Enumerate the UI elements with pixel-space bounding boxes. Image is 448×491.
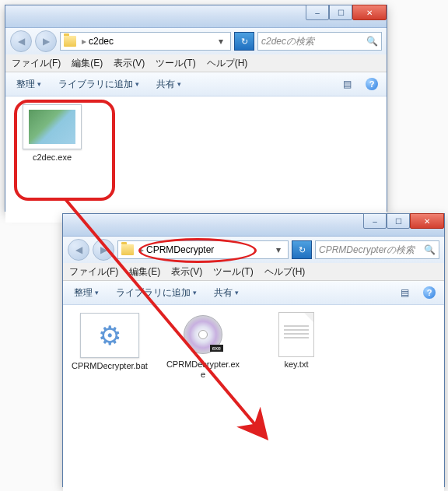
help-button[interactable]: ? [421,284,438,301]
refresh-button[interactable]: ↻ [234,32,254,51]
close-button[interactable]: ✕ [410,213,444,229]
exe-icon [23,104,82,149]
share-label: 共有 [214,286,233,300]
titlebar: – ☐ ✕ [63,214,444,237]
file-item[interactable]: ⚙ CPRMDecrypter.bat [71,313,149,380]
organize-label: 整理 [74,286,93,300]
organize-label: 整理 [16,78,35,91]
file-label: CPRMDecrypter.bat [72,361,148,371]
titlebar: – ☐ ✕ [5,5,387,28]
nav-row: ◀ ▶ ▸ CPRMDecrypter ▾ ↻ CPRMDecrypterの検索… [63,237,444,263]
help-icon: ? [366,78,378,90]
toolbar: 整理 ▾ ライブラリに追加 ▾ 共有 ▾ ▤ ? [5,72,387,96]
file-item[interactable]: c2dec.exe [13,104,91,163]
nav-row: ◀ ▶ ▸ c2dec ▾ ↻ c2decの検索 🔍 [5,28,387,54]
menu-help[interactable]: ヘルプ(H) [207,57,248,70]
forward-button[interactable]: ▶ [35,30,57,52]
address-path: c2dec [89,36,114,47]
file-label: c2dec.exe [33,153,72,163]
txt-icon [268,313,325,356]
address-dropdown-icon[interactable]: ▾ [272,244,285,255]
menu-file[interactable]: ファイル(F) [69,265,118,279]
maximize-button[interactable]: ☐ [387,213,410,229]
search-icon: 🔍 [366,36,378,47]
address-bar[interactable]: ▸ c2dec ▾ [60,32,231,51]
chevron-down-icon: ▾ [193,289,197,296]
address-path: CPRMDecrypter [146,244,214,255]
addlib-label: ライブラリに追加 [116,286,191,300]
organize-button[interactable]: 整理 ▾ [69,284,103,302]
menu-bar: ファイル(F) 編集(E) 表示(V) ツール(T) ヘルプ(H) [5,54,387,72]
menu-bar: ファイル(F) 編集(E) 表示(V) ツール(T) ヘルプ(H) [63,263,444,281]
search-placeholder: c2decの検索 [261,35,314,48]
chevron-down-icon: ▾ [95,289,99,296]
path-separator-icon: ▸ [82,36,86,47]
toolbar: 整理 ▾ ライブラリに追加 ▾ 共有 ▾ ▤ ? [63,281,444,305]
forward-button[interactable]: ▶ [93,239,114,261]
path-separator-icon: ▸ [139,244,144,255]
search-icon: 🔍 [424,244,436,255]
share-label: 共有 [156,78,175,91]
chevron-down-icon: ▾ [135,80,139,88]
address-bar[interactable]: ▸ CPRMDecrypter ▾ [117,240,289,259]
content-area[interactable]: c2dec.exe [5,96,387,223]
back-button[interactable]: ◀ [68,239,89,261]
organize-button[interactable]: 整理 ▾ [12,75,46,93]
addlib-button[interactable]: ライブラリに追加 ▾ [111,284,201,302]
file-item[interactable]: key.txt [257,313,335,380]
view-options-button[interactable]: ▤ [396,284,413,301]
addlib-label: ライブラリに追加 [58,78,133,91]
content-area[interactable]: ⚙ CPRMDecrypter.bat exe CPRMDecrypter.ex… [63,305,444,491]
share-button[interactable]: 共有 ▾ [152,75,186,93]
menu-tools[interactable]: ツール(T) [213,265,253,279]
exe-icon: exe [174,313,232,356]
menu-file[interactable]: ファイル(F) [12,57,61,70]
folder-icon [64,36,76,47]
menu-edit[interactable]: 編集(E) [129,265,160,279]
menu-view[interactable]: 表示(V) [171,265,202,279]
chevron-down-icon: ▾ [177,80,181,88]
refresh-button[interactable]: ↻ [292,240,312,259]
search-placeholder: CPRMDecrypterの検索 [319,244,415,257]
back-button[interactable]: ◀ [10,30,32,52]
menu-help[interactable]: ヘルプ(H) [264,265,306,279]
help-button[interactable]: ? [363,75,380,93]
close-button[interactable]: ✕ [352,5,387,20]
share-button[interactable]: 共有 ▾ [209,284,243,302]
maximize-button[interactable]: ☐ [329,5,352,20]
chevron-down-icon: ▾ [37,80,41,88]
minimize-button[interactable]: – [363,213,387,229]
menu-view[interactable]: 表示(V) [114,57,145,70]
folder-icon [121,244,134,255]
chevron-down-icon: ▾ [235,289,239,296]
file-label: key.txt [285,359,309,370]
bat-icon: ⚙ [80,313,139,358]
file-label: CPRMDecrypter.exe [164,359,242,380]
minimize-button[interactable]: – [306,5,329,20]
search-input[interactable]: c2decの検索 🔍 [257,32,382,51]
address-dropdown-icon[interactable]: ▾ [215,36,227,47]
view-options-button[interactable]: ▤ [338,75,355,93]
menu-edit[interactable]: 編集(E) [72,57,103,70]
menu-tools[interactable]: ツール(T) [156,57,195,70]
search-input[interactable]: CPRMDecrypterの検索 🔍 [315,240,439,259]
file-item[interactable]: exe CPRMDecrypter.exe [164,313,242,380]
addlib-button[interactable]: ライブラリに追加 ▾ [54,75,144,93]
help-icon: ? [423,286,436,299]
